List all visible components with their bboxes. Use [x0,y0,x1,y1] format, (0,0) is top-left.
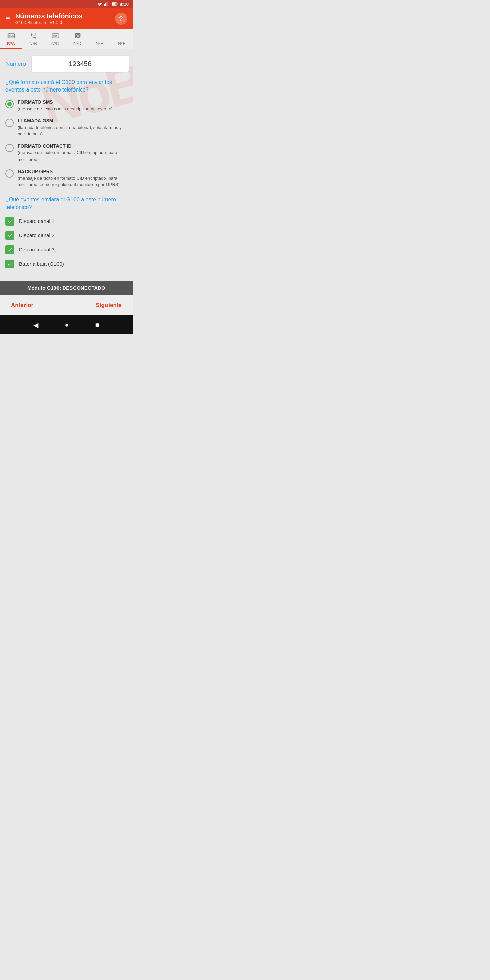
radio-desc-cid: (mensaje de texto en formato CID encript… [18,150,118,162]
tab-a-label: NºA [7,41,15,46]
checkbox-group: Disparo canal 1 Disparo canal 2 Disparo … [5,217,127,269]
radio-option-sms[interactable]: FORMATO SMS (mensaje de texto con la des… [5,99,127,112]
app-bar: ≡ Números telefónicos G100 Bluetooth - v… [0,8,133,29]
home-button[interactable]: ● [65,321,69,329]
radio-option-gsm[interactable]: LLAMADA GSM (llamada telefónica con sire… [5,118,127,137]
svg-text:SMS: SMS [9,35,14,37]
hamburger-icon[interactable]: ≡ [5,15,10,22]
tab-d-icon [73,33,82,40]
tab-e[interactable]: NºE [89,29,111,49]
module-status: Módulo G100: DESCONECTADO [0,281,133,295]
recents-button[interactable]: ■ [95,321,99,329]
tab-c-label: NºC [51,41,60,46]
checkbox-canal2[interactable]: Disparo canal 2 [5,231,127,240]
format-radio-group: FORMATO SMS (mensaje de texto con la des… [5,99,127,188]
checkbox-box-bateria [5,259,14,269]
app-bar-title-group: Números telefónicos G100 Bluetooth - v1.… [15,12,110,25]
status-icons: ⚡ [97,2,118,6]
main-content: NoB Número: ¿Qué formato usará el G100 p… [0,49,133,281]
tab-f[interactable]: NºF [111,29,133,49]
radio-desc-sms: (mensaje de texto con la descripción del… [18,106,113,111]
next-button[interactable]: Siguiente [93,301,124,310]
radio-title-cid: FORMATO CONTACT ID [18,143,127,149]
svg-rect-1 [117,3,118,5]
tabs-container: SMS NºA NºB CID NºC [0,29,133,49]
status-bar: ⚡ 8:10 [0,0,133,8]
radio-option-gprs[interactable]: BACKUP GPRS (mensaje de texto en formato… [5,169,127,188]
radio-circle-gsm [5,119,14,127]
checkbox-bateria[interactable]: Batería baja (G100) [5,259,127,269]
checkbox-box-canal1 [5,217,14,226]
back-button[interactable]: ◀ [33,321,38,329]
status-time: 8:10 [120,2,129,7]
checkbox-canal1[interactable]: Disparo canal 1 [5,217,127,226]
radio-text-cid: FORMATO CONTACT ID (mensaje de texto en … [18,143,127,162]
tab-d-label: NºD [73,41,82,46]
radio-desc-gprs: (mensaje de texto en formato CID encript… [18,176,120,187]
battery-icon: ⚡ [111,2,118,6]
bottom-nav: Anterior Siguiente [0,295,133,315]
help-button[interactable]: ? [115,13,127,25]
radio-desc-gsm: (llamada telefónica con sirena bitonal, … [18,125,122,137]
svg-text:⚡: ⚡ [113,3,115,6]
checkbox-label-canal3: Disparo canal 3 [19,247,54,253]
radio-text-sms: FORMATO SMS (mensaje de texto con la des… [18,99,113,112]
radio-title-gprs: BACKUP GPRS [18,169,127,174]
radio-option-cid[interactable]: FORMATO CONTACT ID (mensaje de texto en … [5,143,127,162]
numero-label: Número: [5,60,27,67]
radio-title-gsm: LLAMADA GSM [18,118,127,124]
checkbox-box-canal3 [5,245,14,254]
tab-b[interactable]: NºB [22,29,44,49]
numero-row: Número: [5,56,127,72]
checkbox-box-canal2 [5,231,14,240]
events-question: ¿Qué eventos enviará el G100 a este núme… [5,196,127,211]
checkbox-label-canal1: Disparo canal 1 [19,218,54,224]
tab-a-icon: SMS [7,33,15,40]
tab-b-icon [29,33,37,40]
radio-circle-sms [5,100,14,108]
checkbox-canal3[interactable]: Disparo canal 3 [5,245,127,254]
prev-button[interactable]: Anterior [8,301,36,310]
android-nav-bar: ◀ ● ■ [0,315,133,334]
tab-e-icon [95,33,104,40]
tab-b-label: NºB [29,41,37,46]
radio-circle-cid [5,144,14,152]
signal-icon [104,2,110,6]
tab-f-icon [118,33,126,40]
numero-input[interactable] [32,56,129,72]
app-bar-subtitle: G100 Bluetooth - v1.0.0 [15,20,110,25]
app-bar-title: Números telefónicos [15,12,110,20]
tab-a[interactable]: SMS NºA [0,29,22,49]
format-question: ¿Qué formato usará el G100 para enviar l… [5,79,127,94]
tab-c-icon: CID [51,33,60,40]
tab-f-label: NºF [118,41,125,46]
tab-d[interactable]: NºD [66,29,89,49]
checkbox-label-bateria: Batería baja (G100) [19,261,64,267]
tab-c[interactable]: CID NºC [44,29,66,49]
svg-text:CID: CID [53,35,57,37]
tab-e-label: NºE [95,41,103,46]
checkbox-label-canal2: Disparo canal 2 [19,232,54,238]
radio-circle-gprs [5,169,14,178]
radio-title-sms: FORMATO SMS [18,99,113,105]
radio-text-gprs: BACKUP GPRS (mensaje de texto en formato… [18,169,127,188]
radio-text-gsm: LLAMADA GSM (llamada telefónica con sire… [18,118,127,137]
wifi-icon [97,2,103,6]
